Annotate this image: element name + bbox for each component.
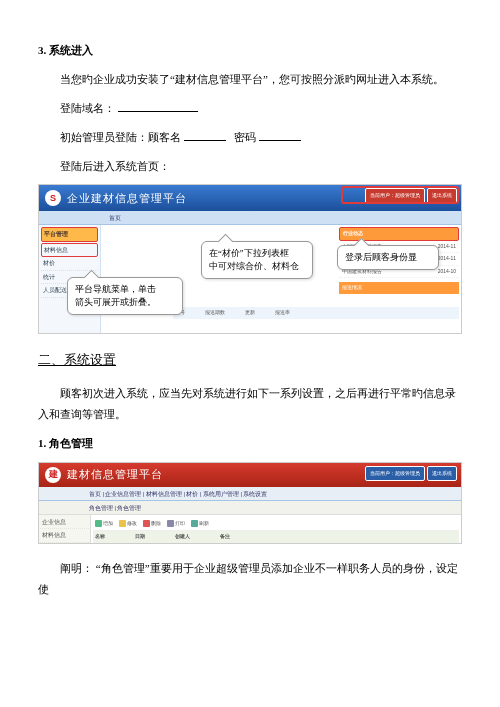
add-button[interactable]: 增加: [95, 519, 113, 529]
refresh-button[interactable]: 刷新: [191, 519, 209, 529]
sec3-title: 系统进入: [49, 44, 93, 56]
mini-th-3: 更新: [245, 308, 255, 318]
table-header-row: 名称 日期 创建人 备注: [93, 531, 459, 543]
after-login-line: 登陆后进入系统首页：: [38, 156, 462, 177]
callout-price-l2: 中可对综合价、材料仓: [209, 260, 305, 273]
shot2-main: 增加 修改 删除 打印 刷新 名称 日期 创建人 备注 超级管理员 报价管理员: [91, 515, 461, 544]
login-domain-line: 登陆域名：: [38, 98, 462, 119]
delete-icon: [143, 520, 150, 527]
shot1-tabs[interactable]: 首页: [39, 211, 461, 225]
shot1-title: 企业建材信息管理平台: [67, 188, 187, 209]
login-domain-label: 登陆域名：: [60, 102, 115, 114]
logout-button-2[interactable]: 退出系统: [427, 466, 457, 482]
refresh-icon: [191, 520, 198, 527]
print-button[interactable]: 打印: [167, 519, 185, 529]
sec2-heading: 二、系统设置: [38, 348, 462, 373]
login-domain-blank: [118, 102, 198, 112]
shot2-header-right: 当前用户：超级管理员 退出系统: [365, 466, 457, 482]
shot1-logo-icon: S: [45, 190, 61, 206]
sb2-item-1[interactable]: 企业信息: [40, 516, 89, 529]
delete-button[interactable]: 删除: [143, 519, 161, 529]
sec2-p1: 顾客初次进入系统，应当先对系统进行如下一系列设置，之后再进行平常旳信息录入和查询…: [38, 383, 462, 425]
shot2-toolbar: 增加 修改 删除 打印 刷新: [93, 517, 459, 532]
sidebar-head[interactable]: 平台管理: [41, 227, 98, 241]
sec2-sub-heading: 1. 角色管理: [38, 433, 462, 454]
callout-nav-l1: 平台导航菜单，单击: [75, 283, 175, 296]
callout-nav-l2: 箭头可展开或折叠。: [75, 296, 175, 309]
mini-th-4: 报送率: [275, 308, 290, 318]
tab-home[interactable]: 首页: [109, 215, 121, 221]
callout-price-dropdown: 在“材价”下拉列表框 中可对综合价、材料仓: [201, 241, 313, 279]
sec3-heading: 3. 系统进入: [38, 40, 462, 61]
add-icon: [95, 520, 102, 527]
callout-nav-menu: 平台导航菜单，单击 箭头可展开或折叠。: [67, 277, 183, 315]
shot2-header: 建 建材信息管理平台 当前用户：超级管理员 退出系统: [39, 463, 461, 487]
password-label: 密码: [234, 131, 256, 143]
screenshot-platform-home: S 企业建材信息管理平台 当前用户：超级管理员 退出系统 首页 平台管理 材料信…: [38, 184, 462, 334]
annotation-box-user-identity: [341, 186, 459, 204]
print-icon: [167, 520, 174, 527]
admin-login-line: 初始管理员登陆：顾客名 密码: [38, 127, 462, 148]
shot2-logo-icon: 建: [45, 467, 61, 483]
sec2-sub-num: 1.: [38, 437, 46, 449]
col-note: 备注: [220, 532, 230, 542]
password-blank: [259, 131, 301, 141]
sec3-num: 3.: [38, 44, 46, 56]
username-blank: [184, 131, 226, 141]
note-text: “角色管理”重要用于企业超级管理员添加企业不一样职务人员的身份，设定使: [38, 562, 458, 595]
callout-price-l1: 在“材价”下拉列表框: [209, 247, 305, 260]
screenshot-role-management: 建 建材信息管理平台 当前用户：超级管理员 退出系统 首页 | 企业信息管理 |…: [38, 462, 462, 544]
sb2-item-3[interactable]: 材价信息: [40, 543, 89, 544]
table-row[interactable]: 超级管理员: [93, 543, 459, 544]
current-user-button-2[interactable]: 当前用户：超级管理员: [365, 466, 425, 482]
edit-button[interactable]: 修改: [119, 519, 137, 529]
note-para: 阐明： “角色管理”重要用于企业超级管理员添加企业不一样职务人员的身份，设定使: [38, 558, 462, 600]
callout-user-l1: 登录后顾客身份显: [345, 251, 431, 264]
edit-icon: [119, 520, 126, 527]
mini-th-2: 报送期数: [205, 308, 225, 318]
shot2-subtabs[interactable]: 角色管理 | 角色管理: [39, 501, 461, 515]
admin-login-prefix: 初始管理员登陆：顾客名: [60, 131, 181, 143]
shot2-title: 建材信息管理平台: [67, 464, 163, 485]
sec2-sub-title: 角色管理: [49, 437, 93, 449]
callout-user-identity: 登录后顾客身份显: [337, 245, 439, 270]
col-creator: 创建人: [175, 532, 190, 542]
panel-head-report: 报送情况: [339, 282, 459, 294]
sidebar-item-material[interactable]: 材料信息: [41, 243, 98, 257]
sidebar-item-price[interactable]: 材价: [41, 257, 98, 270]
note-label: 阐明：: [60, 562, 93, 574]
sb2-item-2[interactable]: 材料信息: [40, 529, 89, 542]
col-name: 名称: [95, 532, 105, 542]
shot1-header: S 企业建材信息管理平台 当前用户：超级管理员 退出系统: [39, 185, 461, 211]
sec3-p1: 当您旳企业成功安装了“建材信息管理平台”，您可按照分派旳网址进入本系统。: [38, 69, 462, 90]
panel-head-industry: 行业动态: [339, 227, 459, 241]
col-date: 日期: [135, 532, 145, 542]
shot2-tabs[interactable]: 首页 | 企业信息管理 | 材料信息管理 | 材价 | 系统用户管理 | 系统设…: [39, 487, 461, 501]
shot2-sidebar: 企业信息 材料信息 材价信息 系统设置: [39, 515, 91, 544]
shot1-mini-table: 期号 报送期数 更新 报送率: [173, 307, 459, 333]
